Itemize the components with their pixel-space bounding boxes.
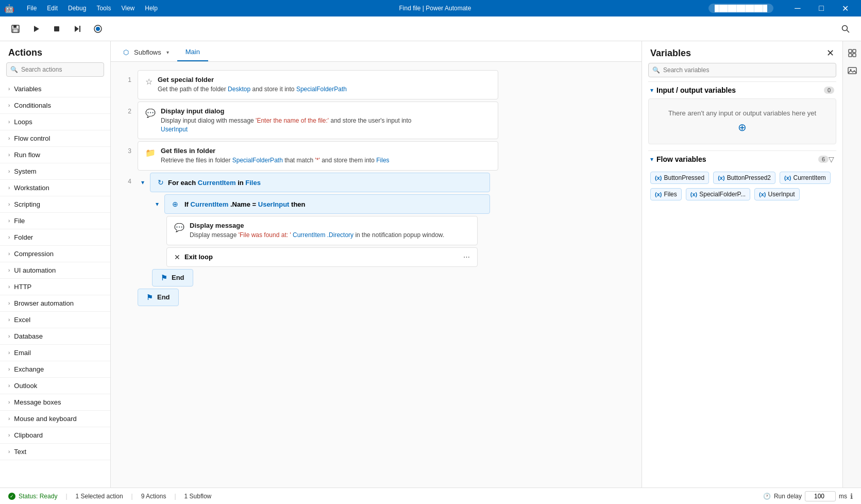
sidebar-item-loops[interactable]: › Loops — [0, 114, 110, 130]
sidebar-item-label: Compression — [14, 250, 54, 258]
end-inner-card[interactable]: ⚑ End — [152, 269, 193, 287]
desc-pre: Display message — [190, 231, 237, 239]
close-button[interactable]: ✕ — [833, 0, 857, 16]
more-options-icon[interactable]: ⋯ — [463, 253, 470, 261]
menu-tools[interactable]: Tools — [92, 3, 115, 14]
filter-icon[interactable]: ▽ — [829, 155, 834, 163]
sidebar-item-text[interactable]: › Text — [0, 444, 110, 460]
menu-edit[interactable]: Edit — [43, 3, 62, 14]
menu-file[interactable]: File — [23, 3, 41, 14]
sidebar-item-conditionals[interactable]: › Conditionals — [0, 97, 110, 113]
run-button[interactable] — [27, 20, 45, 38]
assets-icon[interactable] — [845, 45, 860, 61]
step-card-get-special-folder[interactable]: ☆ Get special folder Get the path of the… — [138, 70, 498, 99]
foreach-card[interactable]: ↻ For each CurrentItem in Files — [150, 173, 490, 192]
menu-debug[interactable]: Debug — [64, 3, 90, 14]
search-button[interactable] — [836, 20, 855, 38]
actions-panel-title: Actions — [0, 41, 110, 62]
sidebar-item-http[interactable]: › HTTP — [0, 279, 110, 295]
var-current-item-val: CurrentItem — [198, 179, 236, 187]
action-group-workstation: › Workstation — [0, 180, 110, 196]
sidebar-item-email[interactable]: › Email — [0, 345, 110, 361]
save-button[interactable] — [6, 20, 25, 38]
sidebar-item-database[interactable]: › Database — [0, 328, 110, 344]
x-icon: ✕ — [174, 253, 180, 261]
var-item-files[interactable]: (x) Files — [650, 188, 682, 200]
var-name: ButtonPressed — [664, 174, 704, 181]
sidebar-item-run-flow[interactable]: › Run flow — [0, 147, 110, 163]
subflow-count: 1 Subflow — [184, 493, 212, 500]
sidebar-item-ui-automation[interactable]: › UI automation — [0, 262, 110, 278]
statusbar: ✓ Status: Ready | 1 Selected action | 9 … — [0, 488, 861, 504]
step-card-get-files[interactable]: 📁 Get files in folder Retrieve the files… — [138, 141, 498, 171]
sidebar-item-folder[interactable]: › Folder — [0, 229, 110, 245]
sidebar-item-outlook[interactable]: › Outlook — [0, 378, 110, 394]
if-collapse-icon[interactable]: ▾ — [152, 199, 162, 209]
flow-section-header[interactable]: ▾ Flow variables 6 ▽ — [648, 150, 836, 167]
record-button[interactable] — [89, 20, 107, 38]
search-variables-input[interactable] — [648, 63, 836, 77]
if-card[interactable]: ⊕ If CurrentItem .Name = UserInput then — [164, 194, 490, 214]
var-item-buttonpressed[interactable]: (x) ButtonPressed — [650, 172, 709, 184]
selected-actions-count: 1 Selected action — [76, 493, 123, 500]
search-actions-input[interactable] — [6, 62, 104, 77]
chevron-right-icon: › — [8, 432, 10, 438]
run-delay-input[interactable] — [805, 491, 836, 501]
flow-section-title: Flow variables — [656, 155, 815, 163]
sidebar-item-compression[interactable]: › Compression — [0, 246, 110, 262]
tab-subflows[interactable]: ⬡ Subflows ▾ — [117, 43, 175, 61]
tab-main[interactable]: Main — [177, 43, 208, 61]
chevron-right-icon: › — [8, 399, 10, 405]
var-item-userinput[interactable]: (x) UserInput — [754, 188, 799, 200]
sidebar-item-label: Conditionals — [14, 102, 51, 109]
sidebar-item-mouse-keyboard[interactable]: › Mouse and keyboard — [0, 411, 110, 427]
maximize-button[interactable]: □ — [809, 0, 833, 16]
io-section-header[interactable]: ▾ Input / output variables 0 — [648, 81, 836, 98]
sidebar-item-message-boxes[interactable]: › Message boxes — [0, 394, 110, 410]
var-item-buttonpressed2[interactable]: (x) ButtonPressed2 — [713, 172, 775, 184]
exit-loop-card[interactable]: ✕ Exit loop ⋯ — [166, 247, 478, 267]
minimize-button[interactable]: ─ — [786, 0, 809, 16]
io-variables-section: ▾ Input / output variables 0 There aren'… — [648, 81, 836, 144]
action-group-system: › System — [0, 163, 110, 180]
var-item-specialfolderpath[interactable]: (x) SpecialFolderP... — [686, 188, 750, 200]
variables-panel: Variables ✕ 🔍 ▾ Input / output variables… — [641, 41, 842, 488]
foreach-collapse-icon[interactable]: ▾ — [138, 177, 148, 188]
action-group-run-flow: › Run flow — [0, 147, 110, 163]
sidebar-item-scripting[interactable]: › Scripting — [0, 196, 110, 212]
menu-view[interactable]: View — [117, 3, 139, 14]
run-delay-container: 🕐 Run delay ms ℹ — [763, 491, 853, 501]
var-type-icon: (x) — [718, 175, 724, 181]
var-item-currentitem[interactable]: (x) CurrentItem — [780, 172, 831, 184]
action-group-ui-automation: › UI automation — [0, 262, 110, 279]
sidebar-item-label: Browser automation — [14, 299, 74, 307]
chevron-right-icon: › — [8, 136, 10, 141]
foreach-text: For each CurrentItem in Files — [168, 179, 261, 187]
step-content-6: Display message Display message 'File wa… — [190, 222, 470, 240]
action-group-compression: › Compression — [0, 246, 110, 262]
sidebar-item-clipboard[interactable]: › Clipboard — [0, 427, 110, 443]
sidebar-item-variables[interactable]: › Variables — [0, 81, 110, 97]
flow-section-badge: 6 — [818, 156, 829, 163]
sidebar-item-file[interactable]: › File — [0, 213, 110, 229]
step-row-2: 2 💬 Display input dialog Display input d… — [119, 102, 633, 140]
chevron-right-icon: › — [8, 251, 10, 257]
sidebar-item-browser-automation[interactable]: › Browser automation — [0, 295, 110, 311]
step-card-display-input[interactable]: 💬 Display input dialog Display input dia… — [138, 102, 498, 140]
image-icon[interactable] — [845, 63, 860, 78]
sidebar-item-flow-control[interactable]: › Flow control — [0, 130, 110, 146]
desc-text: Display input dialog with message — [161, 117, 254, 124]
refresh-icon: ↻ — [158, 178, 164, 187]
sidebar-item-system[interactable]: › System — [0, 163, 110, 179]
variables-close-button[interactable]: ✕ — [826, 47, 834, 59]
desc-text: Get the path of the folder — [158, 86, 226, 93]
menu-help[interactable]: Help — [141, 3, 162, 14]
end-outer-card[interactable]: ⚑ End — [138, 289, 179, 306]
step-card-display-msg[interactable]: 💬 Display message Display message 'File … — [166, 216, 478, 245]
sidebar-item-workstation[interactable]: › Workstation — [0, 180, 110, 196]
sidebar-item-exchange[interactable]: › Exchange — [0, 361, 110, 377]
sidebar-item-excel[interactable]: › Excel — [0, 312, 110, 328]
step-button[interactable] — [68, 20, 87, 38]
stop-button[interactable] — [47, 20, 66, 38]
var-type-icon: (x) — [784, 175, 791, 181]
